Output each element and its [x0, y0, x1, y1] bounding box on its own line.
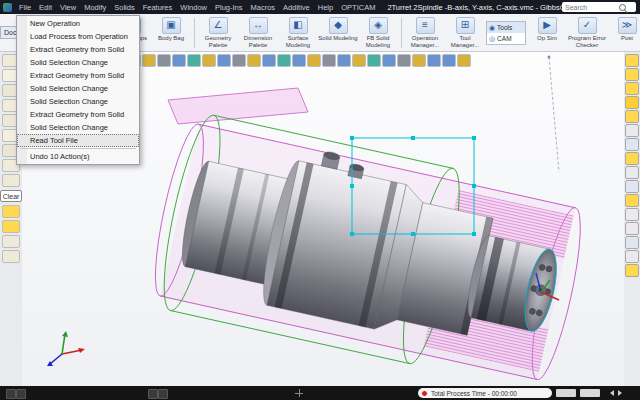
menu-file[interactable]: File — [15, 3, 35, 12]
toolbar-button-tool-manager[interactable]: ⊞Tool Manager... — [446, 17, 484, 48]
solid-modeling-icon: ◆ — [329, 17, 348, 34]
cam-tool-icon[interactable] — [157, 54, 171, 67]
context-menu-item-extract-geometry-from-solid[interactable]: Extract Geometry from Solid — [17, 43, 139, 56]
right-rail-icon[interactable] — [625, 96, 639, 109]
context-menu-item-solid-selection-change[interactable]: Solid Selection Change — [17, 95, 139, 108]
toolbar-button-label: FB Solid Modeling — [358, 35, 398, 48]
menu-edit[interactable]: Edit — [35, 3, 56, 12]
search-box[interactable] — [562, 2, 636, 12]
right-rail-icon[interactable] — [625, 180, 639, 193]
menu-additive[interactable]: Additive — [279, 3, 314, 12]
left-rail-icon[interactable] — [2, 220, 20, 233]
toolbar-button-body-bag[interactable]: ▣Body Bag — [152, 17, 190, 48]
toolbar-button-solid-modeling[interactable]: ◆Solid Modeling — [319, 17, 357, 48]
toolbar-button-geometry-palette[interactable]: ∠Geometry Palette — [199, 17, 237, 48]
op-sim-icon: ▶ — [538, 17, 557, 34]
search-input[interactable] — [565, 4, 617, 11]
context-menu-item-undo-10-action-s[interactable]: Undo 10 Action(s) — [17, 150, 139, 163]
right-rail-icon[interactable] — [625, 250, 639, 263]
right-rail-icon[interactable] — [625, 152, 639, 165]
cam-tool-icon[interactable] — [307, 54, 321, 67]
cam-tool-icon[interactable] — [217, 54, 231, 67]
toolbar-button-program-error-checker[interactable]: ✓Program Error Checker — [568, 17, 606, 48]
clear-button[interactable]: Clear — [0, 190, 22, 202]
cam-tool-icon[interactable] — [412, 54, 426, 67]
right-rail-icon[interactable] — [625, 138, 639, 151]
cam-tool-icon[interactable] — [337, 54, 351, 67]
status-box-1[interactable] — [556, 389, 576, 397]
cam-tool-icon[interactable] — [247, 54, 261, 67]
scroll-left-icon[interactable] — [610, 390, 614, 396]
menu-opticam[interactable]: OPTICAM — [337, 3, 379, 12]
context-menu-item-solid-selection-change[interactable]: Solid Selection Change — [17, 121, 139, 134]
right-rail-icon[interactable] — [625, 82, 639, 95]
right-rail-icon[interactable] — [625, 124, 639, 137]
left-rail-icon[interactable] — [2, 235, 20, 248]
right-rail-icon[interactable] — [625, 264, 639, 277]
context-menu-item-read-tool-file[interactable]: Read Tool File — [17, 134, 139, 147]
scroll-right-icon[interactable] — [618, 390, 622, 396]
status-icon-3[interactable] — [148, 389, 158, 399]
context-menu-item-load-process-from-operation[interactable]: Load Process from Operation — [17, 30, 139, 43]
cam-tool-icon[interactable] — [187, 54, 201, 67]
right-rail-icon[interactable] — [625, 54, 639, 67]
cam-tool-icon[interactable] — [232, 54, 246, 67]
toolbar-button-op-sim[interactable]: ▶Op Sim — [528, 17, 566, 48]
context-menu-item-solid-selection-change[interactable]: Solid Selection Change — [17, 56, 139, 69]
right-rail-icon[interactable] — [625, 222, 639, 235]
cam-tool-icon[interactable] — [352, 54, 366, 67]
right-rail-icon[interactable] — [625, 236, 639, 249]
toolbar-button-label: Post — [607, 35, 640, 48]
status-box-2[interactable] — [580, 389, 600, 397]
right-rail-icon[interactable] — [625, 68, 639, 81]
menu-plug-ins[interactable]: Plug-Ins — [211, 3, 247, 12]
menu-modify[interactable]: Modify — [80, 3, 110, 12]
tab-tools[interactable]: ◉Tools — [487, 22, 525, 33]
right-rail-icon[interactable] — [625, 166, 639, 179]
right-rail-icon[interactable] — [625, 110, 639, 123]
right-rail-icon[interactable] — [625, 208, 639, 221]
cam-tool-icon[interactable] — [277, 54, 291, 67]
cam-tool-icon[interactable] — [322, 54, 336, 67]
toolbar-button-surface-modeling[interactable]: ◧Surface Modeling — [279, 17, 317, 48]
cam-tool-icon[interactable] — [172, 54, 186, 67]
app-logo-icon — [3, 3, 12, 12]
menu-solids[interactable]: Solids — [110, 3, 138, 12]
status-icon-1[interactable] — [6, 389, 16, 399]
cam-tool-icon[interactable] — [367, 54, 381, 67]
cam-tool-icon[interactable] — [442, 54, 456, 67]
tab-cam[interactable]: ◎CAM — [487, 33, 525, 44]
cam-tool-icon[interactable] — [397, 54, 411, 67]
context-menu-item-solid-selection-change[interactable]: Solid Selection Change — [17, 82, 139, 95]
cam-tool-icon[interactable] — [202, 54, 216, 67]
toolbar-button-fb-solid-modeling[interactable]: ◈FB Solid Modeling — [359, 17, 397, 48]
status-icon-2[interactable] — [16, 389, 26, 399]
menu-help[interactable]: Help — [314, 3, 337, 12]
search-icon[interactable] — [619, 4, 626, 11]
status-icon-4[interactable] — [158, 389, 168, 399]
cam-tool-icon[interactable] — [427, 54, 441, 67]
left-rail-icon[interactable] — [2, 174, 20, 187]
right-toolbar-rail — [624, 54, 639, 277]
cam-tool-icon[interactable] — [457, 54, 471, 67]
context-menu-item-new-operation[interactable]: New Operation — [17, 17, 139, 30]
toolbar-button-post[interactable]: ≫Post — [608, 17, 640, 48]
toolbar-button-dimension-palette[interactable]: ↔Dimension Palette — [239, 17, 277, 48]
cam-tool-icon[interactable] — [382, 54, 396, 67]
menu-features[interactable]: Features — [139, 3, 177, 12]
tools-cam-tabs: ◉Tools◎CAM — [486, 21, 526, 45]
menu-view[interactable]: View — [56, 3, 80, 12]
left-rail-icon[interactable] — [2, 250, 20, 263]
menu-macros[interactable]: Macros — [247, 3, 280, 12]
menu-window[interactable]: Window — [176, 3, 211, 12]
toolbar-button-operation-manager[interactable]: ≡Operation Manager... — [406, 17, 444, 48]
process-time-icon[interactable] — [421, 390, 428, 397]
right-rail-icon[interactable] — [625, 194, 639, 207]
left-rail-icon[interactable] — [2, 205, 20, 218]
cam-tool-icon[interactable] — [292, 54, 306, 67]
context-menu-item-extract-geometry-from-solid[interactable]: Extract Geometry from Solid — [17, 108, 139, 121]
cam-tool-icon[interactable] — [262, 54, 276, 67]
surface-modeling-icon: ◧ — [289, 17, 308, 34]
context-menu-item-extract-geometry-from-solid[interactable]: Extract Geometry from Solid — [17, 69, 139, 82]
cam-tool-icon[interactable] — [142, 54, 156, 67]
